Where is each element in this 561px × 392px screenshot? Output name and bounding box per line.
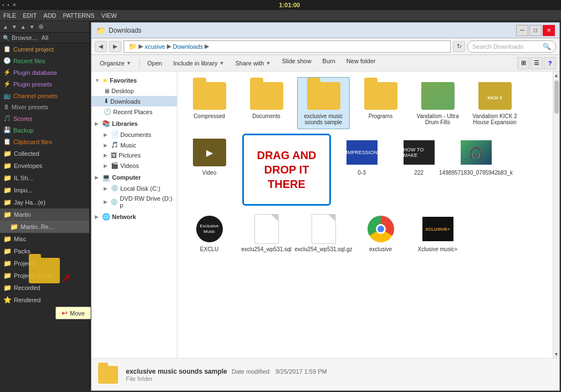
nav-item-lib-music[interactable]: ▶ 🎵 Music xyxy=(91,140,177,150)
back-button[interactable]: ◀ xyxy=(95,41,107,52)
list-item[interactable]: exclusive music sounds sample xyxy=(297,77,350,129)
view-toggle-button[interactable]: ☰ xyxy=(531,57,543,69)
forward-button[interactable]: ▶ xyxy=(109,41,121,52)
sidebar-down1[interactable]: ▼ xyxy=(12,24,17,30)
move-label: Move xyxy=(70,310,85,317)
scrollbar[interactable]: ▲ ▼ xyxy=(553,72,559,358)
scroll-up[interactable]: ▲ xyxy=(554,73,559,78)
menu-file[interactable]: FILE xyxy=(3,12,16,19)
sidebar-item-backup[interactable]: 💾 Backup xyxy=(0,124,89,136)
sidebar-item-jayha[interactable]: 📁 Jay Ha...(e) xyxy=(0,196,89,208)
img-0-3-icon: IMPRESSION xyxy=(344,138,380,167)
nav-item-computer[interactable]: ▶ 💻 Computer xyxy=(91,171,177,183)
sidebar-item-plugin-presets[interactable]: ⚡ Plugin presets xyxy=(0,78,89,90)
vandalism-drum-folder-icon xyxy=(420,81,456,111)
list-item[interactable]: 🎧 14989571830_0785942b83_k xyxy=(450,134,502,206)
view-options-button[interactable]: ⊞ xyxy=(517,57,529,69)
sidebar-down2[interactable]: ▼ xyxy=(29,24,35,30)
list-item[interactable]: KICK 2 Vandalism KICK 2 House Expansion xyxy=(468,77,521,129)
slide-show-button[interactable]: Slide show xyxy=(277,57,316,69)
img-222-icon: HOW TO MAKE xyxy=(401,138,437,167)
menu-add[interactable]: ADD xyxy=(43,12,56,19)
sidebar-item-recent-files[interactable]: 🕐 Recent files xyxy=(0,55,89,67)
sidebar-item-rendered[interactable]: ⭐ Rendered xyxy=(0,294,89,306)
nav-item-desktop[interactable]: 🖥 Desktop xyxy=(91,86,177,96)
sidebar-item-misc[interactable]: 📁 Misc xyxy=(0,233,89,245)
burn-button[interactable]: Burn xyxy=(318,57,340,69)
sidebar-item-recorded[interactable]: 📁 Recorded xyxy=(0,282,89,294)
rendered-icon: ⭐ xyxy=(3,296,12,304)
sys-close[interactable]: ✕ xyxy=(12,2,17,8)
sidebar-item-impu[interactable]: 📁 Impu... xyxy=(0,184,89,196)
browse-all[interactable]: All xyxy=(42,34,48,41)
list-item[interactable]: Vandalism - Ultra Drum Fills xyxy=(411,77,464,129)
sidebar-up2[interactable]: ▲ xyxy=(21,24,26,30)
open-button[interactable]: Open xyxy=(142,57,167,69)
search-box[interactable]: Search Downloads 🔍 xyxy=(467,40,556,53)
share-with-button[interactable]: Share with ▼ xyxy=(231,57,276,69)
organize-button[interactable]: Organize ▼ xyxy=(95,57,136,69)
sidebar-item-envelopes[interactable]: 📁 Envelopes xyxy=(0,160,89,172)
sidebar-item-channel-presets[interactable]: 📺 Channel presets xyxy=(0,90,89,101)
nav-item-libraries[interactable]: ▶ 📚 Libraries xyxy=(91,117,177,129)
refresh-button[interactable]: ↻ xyxy=(453,41,465,52)
list-item[interactable]: exclusive xyxy=(354,210,407,256)
scroll-down[interactable]: ▼ xyxy=(554,352,559,357)
plugin-db-icon: ⚡ xyxy=(3,69,11,76)
status-item-name: exclusive music sounds sample xyxy=(126,368,227,375)
lib-music-icon: 🎵 xyxy=(111,141,119,149)
list-item[interactable]: XCLUSIVE+ Xclusive music+ xyxy=(411,210,464,256)
sidebar-item-collected[interactable]: 📁 Collected xyxy=(0,147,89,160)
nav-item-lib-documents[interactable]: ▶ 📄 Documents xyxy=(91,129,177,140)
nav-item-lib-pictures[interactable]: ▶ 🖼 Pictures xyxy=(91,150,177,160)
search-placeholder-text: Search Downloads xyxy=(472,43,540,50)
sidebar-item-ilsh[interactable]: 📁 IL Sh... xyxy=(0,172,89,184)
include-library-button[interactable]: Include in library ▼ xyxy=(168,57,229,69)
list-item[interactable]: HOW TO MAKE 222 xyxy=(392,134,445,206)
list-item[interactable]: Compressed xyxy=(183,77,236,129)
sidebar-item-clipboard[interactable]: 📋 Clipboard files xyxy=(0,136,89,147)
sidebar-item-martin[interactable]: 📁 Martin xyxy=(0,208,89,221)
list-item[interactable]: Documents xyxy=(240,77,293,129)
list-item[interactable]: ExclusiveMusic EXCLU xyxy=(183,210,236,256)
nav-item-network[interactable]: ▶ 🌐 Network xyxy=(91,210,177,222)
sidebar-item-plugin-db[interactable]: ⚡ Plugin database xyxy=(0,67,89,78)
minimize-button[interactable]: ─ xyxy=(516,25,528,36)
nav-item-lib-videos[interactable]: ▶ 🎬 Videos xyxy=(91,160,177,171)
explorer-titlebar: 📁 Downloads ─ □ ✕ xyxy=(91,23,559,38)
nav-item-downloads[interactable]: ⬇ Downloads xyxy=(91,96,177,106)
sidebar-item-mixer-presets[interactable]: 🎚 Mixer presets xyxy=(0,101,89,113)
documents-label: Documents xyxy=(252,113,280,119)
nav-item-recent-places[interactable]: 🕐 Recent Places xyxy=(91,106,177,117)
sys-icon2: ▪ xyxy=(7,2,9,8)
menu-edit[interactable]: EDIT xyxy=(23,12,37,19)
list-item[interactable]: ▶ Video xyxy=(183,134,236,206)
sidebar-up1[interactable]: ▲ xyxy=(3,24,8,30)
maximize-button[interactable]: □ xyxy=(529,25,542,36)
address-path[interactable]: 📁 ▶ xcusive ▶ Downloads ▶ xyxy=(124,40,451,53)
sidebar-item-projects-bones[interactable]: 📁 Projects bones xyxy=(0,269,89,282)
list-item[interactable]: exclu254_wp531.sql.gz xyxy=(297,210,350,256)
sidebar-item-scores[interactable]: 🎵 Scores xyxy=(0,113,89,124)
list-item[interactable]: exclu254_wp531.sql xyxy=(240,210,293,256)
local-disk-expand: ▶ xyxy=(104,186,109,191)
sidebar-item-projects[interactable]: 📁 Projects xyxy=(0,257,89,269)
compressed-label: Compressed xyxy=(193,113,225,119)
nav-item-favorites[interactable]: ▼ ★ Favorites xyxy=(91,75,177,86)
menu-view[interactable]: VIEW xyxy=(101,12,117,19)
move-arrow-icon: ↩ xyxy=(62,309,68,317)
video-folder-icon: ▶ xyxy=(192,138,227,167)
scroll-thumb[interactable] xyxy=(554,80,559,114)
sidebar-item-current-project[interactable]: 📋 Current project xyxy=(0,43,89,55)
nav-item-dvd[interactable]: ▶ 💿 DVD RW Drive (D:) p xyxy=(91,194,177,210)
sidebar-item-packs[interactable]: 📁 Packs xyxy=(0,245,89,257)
list-item[interactable]: IMPRESSION 0-3 xyxy=(335,134,388,206)
sidebar-add-icon[interactable]: ⊕ xyxy=(38,23,44,30)
close-button[interactable]: ✕ xyxy=(543,25,555,36)
nav-item-local-disk[interactable]: ▶ 💿 Local Disk (C:) xyxy=(91,183,177,194)
new-folder-button[interactable]: New folder xyxy=(341,57,381,69)
help-button[interactable]: ? xyxy=(544,57,556,69)
sidebar-item-martin-re[interactable]: 📁 Martin..Re... xyxy=(0,221,89,233)
menu-patterns[interactable]: PATTERNS xyxy=(63,12,95,19)
list-item[interactable]: Programs xyxy=(354,77,407,129)
